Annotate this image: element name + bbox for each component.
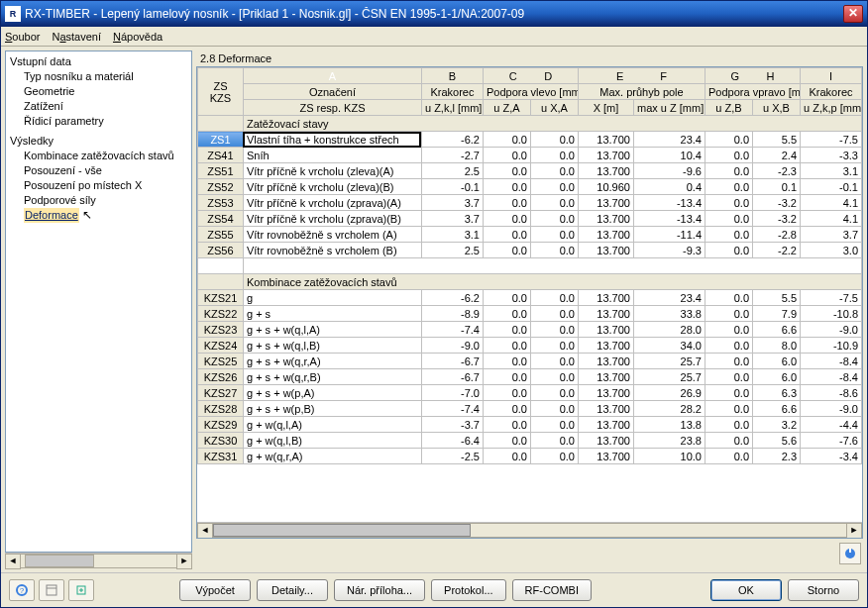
cell[interactable]: 13.700 — [578, 227, 633, 243]
table-row[interactable]: ZS56Vítr rovnoběžně s vrcholem (B)2.50.0… — [197, 243, 861, 258]
cell[interactable]: 0.0 — [705, 243, 753, 258]
row-name[interactable]: g — [243, 290, 421, 306]
cell[interactable]: 0.0 — [705, 290, 753, 306]
cell[interactable]: 2.5 — [421, 243, 483, 258]
cell[interactable]: 26.9 — [633, 385, 705, 401]
cell[interactable]: 13.700 — [578, 306, 633, 322]
row-name[interactable]: Sníh — [243, 148, 421, 163]
cell[interactable]: 13.700 — [578, 163, 633, 179]
cell[interactable]: 25.7 — [633, 369, 705, 385]
table-row[interactable]: ZS54Vítr příčně k vrcholu (zprava)(B)3.7… — [197, 211, 861, 227]
cell[interactable]: -9.0 — [801, 401, 862, 417]
cell[interactable]: -3.3 — [801, 148, 862, 163]
cell[interactable]: 0.0 — [483, 163, 530, 179]
cell[interactable]: -8.4 — [801, 369, 862, 385]
cell[interactable]: 28.0 — [633, 322, 705, 338]
row-name[interactable]: g + w(q,l,B) — [243, 433, 421, 449]
table-row[interactable]: KZS26g + s + w(q,r,B)-6.70.00.013.70025.… — [197, 369, 861, 385]
tree-item[interactable]: Geometrie — [24, 84, 187, 99]
cell[interactable]: 13.700 — [578, 195, 633, 211]
cell[interactable]: 0.0 — [483, 417, 530, 433]
col-CD[interactable]: C D — [483, 68, 578, 84]
help-icon[interactable]: ? — [9, 579, 35, 601]
cell[interactable]: 0.0 — [530, 385, 578, 401]
table-row[interactable]: KZS25g + s + w(q,r,A)-6.70.00.013.70025.… — [197, 354, 861, 369]
cell[interactable]: -2.2 — [753, 243, 801, 258]
row-id[interactable]: ZS1 — [197, 132, 243, 148]
row-name[interactable]: Vítr rovnoběžně s vrcholem (A) — [243, 227, 421, 243]
cell[interactable]: -9.0 — [801, 322, 862, 338]
cell[interactable]: 3.2 — [753, 417, 801, 433]
cell[interactable]: 0.0 — [483, 385, 530, 401]
details-button[interactable]: Detaily... — [257, 579, 328, 601]
cell[interactable]: 0.0 — [483, 338, 530, 354]
tree-item[interactable]: Posouzení - vše — [24, 163, 187, 178]
cell[interactable]: 13.700 — [578, 243, 633, 258]
cell[interactable]: 0.0 — [705, 132, 753, 148]
table-row[interactable]: ZS53Vítr příčně k vrcholu (zprava)(A)3.7… — [197, 195, 861, 211]
cell[interactable]: 33.8 — [633, 306, 705, 322]
nav-tree[interactable]: Vstupní data Typ nosníku a materiál Geom… — [5, 51, 192, 553]
cell[interactable]: 0.0 — [530, 163, 578, 179]
cell[interactable]: -13.4 — [633, 211, 705, 227]
cell[interactable]: -8.9 — [421, 306, 483, 322]
cell[interactable]: 0.0 — [705, 179, 753, 195]
cell[interactable]: 13.700 — [578, 385, 633, 401]
row-name[interactable]: Vítr příčně k vrcholu (zprava)(B) — [243, 211, 421, 227]
table-row[interactable]: ZS52Vítr příčně k vrcholu (zleva)(B)-0.1… — [197, 179, 861, 195]
cell[interactable]: -7.6 — [801, 433, 862, 449]
cell[interactable]: 0.0 — [705, 385, 753, 401]
cell[interactable]: 0.0 — [705, 401, 753, 417]
cell[interactable]: 28.2 — [633, 401, 705, 417]
cell[interactable]: 6.0 — [753, 369, 801, 385]
cell[interactable]: 0.0 — [530, 227, 578, 243]
table-row[interactable]: ZS1Vlastní tíha + konstrukce střech-6.20… — [197, 132, 861, 148]
cell[interactable]: -7.5 — [801, 290, 862, 306]
cell[interactable]: 0.0 — [483, 195, 530, 211]
row-id[interactable]: KZS23 — [197, 322, 243, 338]
cell[interactable]: 0.0 — [705, 227, 753, 243]
cell[interactable]: -3.7 — [421, 417, 483, 433]
cell[interactable]: 7.9 — [753, 306, 801, 322]
cell[interactable]: 0.0 — [530, 322, 578, 338]
scroll-track[interactable] — [21, 554, 176, 568]
table-row[interactable]: KZS24g + s + w(q,l,B)-9.00.00.013.70034.… — [197, 338, 861, 354]
cell[interactable]: 6.3 — [753, 385, 801, 401]
tree-root-vysledky[interactable]: Výsledky — [10, 135, 187, 147]
cell[interactable]: 0.0 — [530, 306, 578, 322]
cell[interactable]: 0.0 — [483, 306, 530, 322]
cell[interactable]: 3.1 — [801, 163, 862, 179]
cell[interactable]: 0.0 — [530, 148, 578, 163]
cell[interactable]: 0.0 — [705, 354, 753, 369]
tree-item[interactable]: Typ nosníku a materiál — [24, 69, 187, 84]
cell[interactable]: 0.0 — [530, 417, 578, 433]
cell[interactable]: 0.0 — [530, 179, 578, 195]
row-id[interactable]: ZS52 — [197, 179, 243, 195]
row-name[interactable]: g + s — [243, 306, 421, 322]
cell[interactable]: 2.5 — [421, 163, 483, 179]
cell[interactable]: 23.4 — [633, 290, 705, 306]
tree-item[interactable]: Zatížení — [24, 99, 187, 114]
cell[interactable]: 0.0 — [483, 354, 530, 369]
cell[interactable]: 10.960 — [578, 179, 633, 195]
row-id[interactable]: ZS55 — [197, 227, 243, 243]
cell[interactable]: 4.1 — [801, 211, 862, 227]
cell[interactable]: 13.700 — [578, 417, 633, 433]
cell[interactable]: -2.3 — [753, 163, 801, 179]
cell[interactable]: -10.8 — [801, 306, 862, 322]
tree-hscroll[interactable]: ◄ ► — [5, 553, 192, 568]
table-row[interactable]: KZS31g + w(q,r,A)-2.50.00.013.70010.00.0… — [197, 449, 861, 464]
cell[interactable]: 0.0 — [705, 449, 753, 464]
row-id[interactable]: KZS28 — [197, 401, 243, 417]
row-name[interactable]: g + s + w(q,r,A) — [243, 354, 421, 369]
cell[interactable]: 23.4 — [633, 132, 705, 148]
cell[interactable]: 0.0 — [483, 290, 530, 306]
cell[interactable]: 6.6 — [753, 401, 801, 417]
cell[interactable]: 0.0 — [705, 433, 753, 449]
row-id[interactable]: KZS24 — [197, 338, 243, 354]
row-name[interactable]: g + s + w(p,B) — [243, 401, 421, 417]
data-table[interactable]: ZS KZS A B C D E F G H I — [197, 67, 862, 464]
cell[interactable]: 0.0 — [530, 369, 578, 385]
table-row[interactable]: ZS51Vítr příčně k vrcholu (zleva)(A)2.50… — [197, 163, 861, 179]
cell[interactable]: 0.0 — [705, 369, 753, 385]
